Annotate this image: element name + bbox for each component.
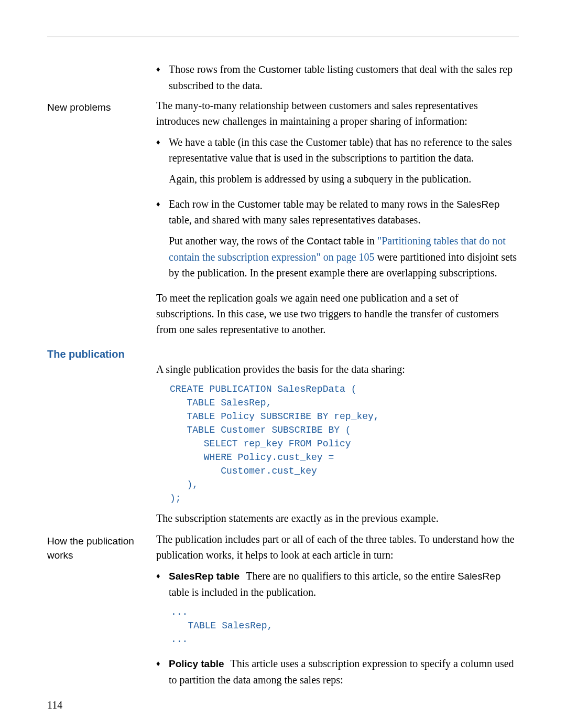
diamond-icon: ♦ <box>156 656 169 693</box>
text: table in <box>341 235 377 247</box>
text: table, and shared with many sales repres… <box>169 214 420 226</box>
runin-salesrep-table: SalesRep table <box>169 571 240 582</box>
diamond-icon: ♦ <box>156 134 169 192</box>
bullet-text: Each row in the Customer table may be re… <box>169 196 519 286</box>
how-bullet-policy: ♦ Policy tableThis article uses a subscr… <box>156 656 519 693</box>
bullet-text: Policy tableThis article uses a subscrip… <box>169 656 519 693</box>
inline-code-salesrep: SalesRep <box>458 571 500 582</box>
publication-body: A single publication provides the basis … <box>156 361 519 532</box>
inline-code-contact: Contact <box>307 235 341 247</box>
np-b2-p2: Put another way, the rows of the Contact… <box>169 233 519 281</box>
text: Put another way, the rows of the <box>169 235 307 247</box>
inline-code-customer: Customer <box>237 199 280 210</box>
runin-policy-table: Policy table <box>169 658 224 669</box>
code-table-salesrep: ... TABLE SalesRep, ... <box>171 605 519 646</box>
page-number: 114 <box>47 699 62 711</box>
np-bullet-2: ♦ Each row in the Customer table may be … <box>156 196 519 286</box>
sidebar-empty <box>47 58 142 98</box>
text: table may be related to many rows in the <box>280 198 456 210</box>
sidebar-empty <box>47 361 142 532</box>
content-grid: ♦ Those rows from the Customer table lis… <box>47 58 519 697</box>
text: table is included in the publication. <box>169 586 316 598</box>
np-b1-follow: Again, this problem is addressed by usin… <box>169 171 519 187</box>
np-close: To meet the replication goals we again n… <box>156 290 519 337</box>
text: There are no qualifiers to this article,… <box>246 570 458 582</box>
bullet-text: Those rows from the Customer table listi… <box>169 61 519 93</box>
np-b1-text: We have a table (in this case the Custom… <box>169 134 519 166</box>
np-bullet-1: ♦ We have a table (in this case the Cust… <box>156 134 519 192</box>
text: Those rows from the <box>169 63 258 75</box>
how-works-body: The publication includes part or all of … <box>156 531 519 697</box>
text: Each row in the <box>169 198 237 210</box>
top-rule <box>47 37 519 37</box>
inline-code-salesrep: SalesRep <box>456 199 499 210</box>
pub-after: The subscription statements are exactly … <box>156 510 519 526</box>
code-create-publication: CREATE PUBLICATION SalesRepData ( TABLE … <box>170 382 519 506</box>
pub-empty <box>156 342 519 359</box>
inline-code-customer: Customer <box>258 64 301 75</box>
how-intro: The publication includes part or all of … <box>156 531 519 563</box>
diamond-icon: ♦ <box>156 61 169 93</box>
sidebar-new-problems: New problems <box>47 98 142 342</box>
bullet-customer-rows: ♦ Those rows from the Customer table lis… <box>156 61 519 93</box>
np-intro: The many-to-many relationship between cu… <box>156 98 519 129</box>
diamond-icon: ♦ <box>156 196 169 286</box>
main-top-bullet: ♦ Those rows from the Customer table lis… <box>156 58 519 98</box>
how-bullet-salesrep: ♦ SalesRep tableThere are no qualifiers … <box>156 568 519 651</box>
how-b2-text: Policy tableThis article uses a subscrip… <box>169 656 519 688</box>
how-b1-text: SalesRep tableThere are no qualifiers to… <box>169 568 519 600</box>
sidebar-how-works: How the publication works <box>47 531 142 697</box>
np-b2-p1: Each row in the Customer table may be re… <box>169 196 519 228</box>
pub-intro: A single publication provides the basis … <box>156 361 519 377</box>
bullet-text: We have a table (in this case the Custom… <box>169 134 519 192</box>
bullet-text: SalesRep tableThere are no qualifiers to… <box>169 568 519 651</box>
new-problems-body: The many-to-many relationship between cu… <box>156 98 519 342</box>
diamond-icon: ♦ <box>156 568 169 651</box>
section-the-publication: The publication <box>47 347 142 361</box>
